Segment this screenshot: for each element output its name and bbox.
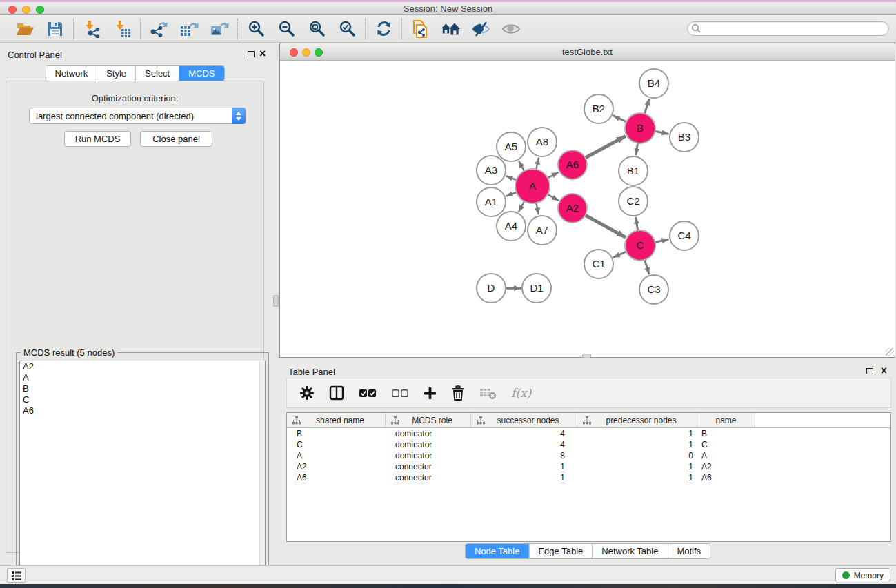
edge-C-C4[interactable] — [654, 239, 669, 243]
node-B[interactable]: B — [625, 113, 655, 143]
edge-B-B4[interactable] — [644, 99, 649, 115]
open-session-icon[interactable] — [15, 19, 34, 39]
memory-button[interactable]: Memory — [835, 568, 890, 582]
node-A2[interactable]: A2 — [558, 194, 587, 223]
table-row[interactable]: Bdominator41B — [287, 428, 890, 439]
search-input[interactable] — [687, 21, 889, 36]
home-icon[interactable] — [441, 19, 460, 39]
node-A[interactable]: A — [515, 169, 550, 203]
export-image-icon[interactable] — [210, 19, 229, 39]
column-header-successor-nodes[interactable]: successor nodes — [471, 413, 577, 427]
float-table-panel-icon[interactable] — [866, 368, 873, 374]
edge-C-C1[interactable] — [613, 251, 628, 257]
edge-B-B2[interactable] — [613, 116, 628, 123]
table-row[interactable]: A6connector11A6 — [287, 472, 890, 483]
node-C[interactable]: C — [625, 230, 655, 261]
mcds-result-item[interactable]: B — [20, 383, 265, 394]
zoom-in-icon[interactable] — [246, 19, 266, 39]
mcds-result-item[interactable]: A — [20, 372, 265, 383]
export-network-icon[interactable] — [149, 19, 168, 39]
split-divider-handle[interactable] — [582, 354, 591, 358]
add-icon[interactable] — [424, 387, 437, 400]
node-table[interactable]: shared nameMCDS rolesuccessor nodesprede… — [286, 412, 891, 542]
column-header-predecessor-nodes[interactable]: predecessor nodes — [577, 413, 697, 427]
node-A7[interactable]: A7 — [528, 216, 557, 245]
edge-A-A2[interactable] — [546, 194, 559, 201]
scrollbar[interactable] — [259, 361, 265, 585]
delete-table-icon[interactable] — [479, 385, 497, 401]
column-header-shared-name[interactable]: shared name — [287, 413, 386, 427]
criterion-dropdown[interactable]: largest connected component (directed) — [29, 108, 246, 124]
table-cell: 1 — [577, 429, 697, 438]
column-header-name[interactable]: name — [697, 413, 755, 427]
node-C4[interactable]: C4 — [670, 221, 699, 250]
resize-grip-icon[interactable] — [886, 348, 894, 356]
select-all-icon[interactable] — [359, 388, 377, 398]
close-panel-button[interactable]: Close panel — [140, 131, 212, 147]
node-D[interactable]: D — [477, 274, 506, 303]
task-history-button[interactable] — [7, 568, 26, 583]
save-session-icon[interactable] — [46, 19, 65, 39]
export-table-icon[interactable] — [179, 19, 199, 39]
node-B3[interactable]: B3 — [670, 123, 699, 152]
network-canvas[interactable]: B4B2BB3A5A8A6A3B1AA1C2A2A4A7C4CC1C3DD1 — [280, 61, 895, 357]
refresh-icon[interactable] — [374, 19, 393, 39]
table-row[interactable]: Cdominator41C — [287, 439, 890, 450]
node-B1[interactable]: B1 — [619, 156, 648, 185]
tree-hierarchy-icon — [477, 416, 485, 425]
node-B2[interactable]: B2 — [584, 94, 613, 123]
table-row[interactable]: Adominator80A — [287, 450, 890, 461]
close-panel-icon[interactable]: × — [259, 50, 266, 57]
clone-network-icon[interactable] — [410, 19, 430, 39]
edge-A2-C[interactable] — [584, 214, 626, 237]
node-B4[interactable]: B4 — [639, 69, 668, 98]
function-icon[interactable]: f(x) — [511, 386, 531, 400]
mcds-result-item[interactable]: A2 — [20, 361, 265, 372]
tab-node-table[interactable]: Node Table — [466, 544, 529, 558]
window-titlebar[interactable]: Session: New Session — [0, 2, 896, 15]
node-A8[interactable]: A8 — [528, 128, 557, 156]
import-table-icon[interactable] — [112, 19, 132, 39]
delete-icon[interactable] — [451, 385, 465, 401]
node-C3[interactable]: C3 — [639, 275, 668, 304]
mcds-result-list[interactable]: A2ABCA6 — [19, 361, 266, 586]
tab-network[interactable]: Network — [46, 66, 97, 81]
edge-C-C3[interactable] — [644, 258, 649, 274]
gear-icon[interactable] — [299, 385, 315, 401]
node-A4[interactable]: A4 — [497, 212, 526, 241]
zoom-selected-icon[interactable] — [337, 19, 357, 39]
tab-mcds[interactable]: MCDS — [179, 66, 223, 81]
hide-graphics-details-icon[interactable] — [471, 19, 490, 39]
tab-motifs[interactable]: Motifs — [667, 544, 710, 558]
tab-edge-table[interactable]: Edge Table — [528, 544, 592, 558]
edge-B-B3[interactable] — [654, 131, 669, 134]
edge-A6-B[interactable] — [584, 136, 626, 159]
mcds-result-item[interactable]: C — [20, 394, 265, 405]
tab-style[interactable]: Style — [97, 66, 135, 81]
deselect-all-icon[interactable] — [391, 388, 409, 398]
tab-select[interactable]: Select — [135, 66, 179, 81]
run-mcds-button[interactable]: Run MCDS — [64, 131, 131, 147]
table-row[interactable]: A2connector11A2 — [287, 461, 890, 472]
node-A5[interactable]: A5 — [497, 132, 526, 161]
zoom-fit-icon[interactable] — [307, 19, 326, 39]
node-A6[interactable]: A6 — [558, 150, 587, 179]
close-table-panel-icon[interactable]: × — [881, 367, 887, 374]
tab-network-table[interactable]: Network Table — [592, 544, 667, 558]
birds-eye-view-icon[interactable] — [501, 19, 521, 39]
node-C2[interactable]: C2 — [619, 187, 648, 216]
column-header-MCDS-role[interactable]: MCDS role — [386, 413, 471, 427]
import-network-icon[interactable] — [82, 19, 101, 39]
mcds-result-item[interactable]: A6 — [20, 405, 265, 416]
node-A1[interactable]: A1 — [477, 187, 506, 216]
network-graph[interactable]: B4B2BB3A5A8A6A3B1AA1C2A2A4A7C4CC1C3DD1 — [280, 61, 895, 358]
node-C1[interactable]: C1 — [584, 250, 613, 278]
zoom-out-icon[interactable] — [277, 19, 296, 39]
float-panel-icon[interactable] — [248, 51, 255, 57]
network-window-titlebar[interactable]: testGlobe.txt — [280, 43, 895, 61]
columns-icon[interactable] — [329, 385, 344, 401]
edge-C-C2[interactable] — [636, 217, 638, 232]
node-A3[interactable]: A3 — [477, 156, 506, 185]
node-D1[interactable]: D1 — [522, 274, 551, 303]
split-divider-handle[interactable] — [273, 295, 279, 307]
